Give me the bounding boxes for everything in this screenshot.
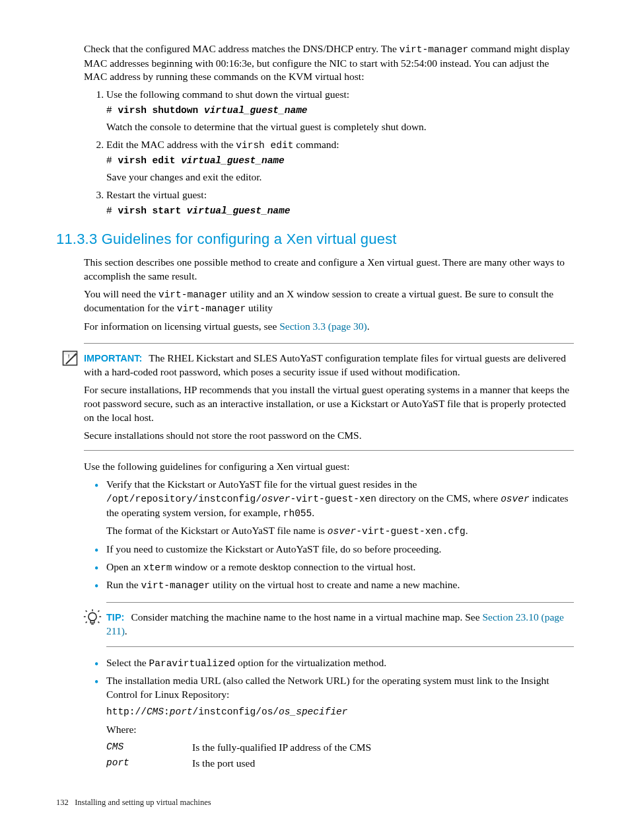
prompt: # <box>106 206 118 216</box>
arg: CMS <box>147 706 164 717</box>
text: command: <box>293 139 339 150</box>
def-term: port <box>106 757 192 771</box>
text: utility on the virtual host to create an… <box>210 579 460 590</box>
intro-paragraph: Check that the configured MAC address ma… <box>84 42 574 84</box>
guidelines-list-1: Verify that the Kickstart or AutoYaST fi… <box>56 478 574 593</box>
text: You will need the <box>84 288 158 299</box>
text: Edit the MAC address with the <box>106 139 236 150</box>
code: -virt-guest-xen.cfg <box>356 526 465 537</box>
arg: virtual_guest_name <box>187 206 291 216</box>
svg-line-11 <box>86 622 87 623</box>
important-icon: ! <box>61 349 79 367</box>
svg-line-10 <box>98 611 99 612</box>
def-body: Is the port used <box>192 757 574 771</box>
important-p2: For secure installations, HP recommends … <box>84 383 574 425</box>
step-1: Use the following command to shut down t… <box>106 88 574 134</box>
text: Verify that the Kickstart or AutoYaST fi… <box>106 478 417 490</box>
arg: virtual_guest_name <box>204 105 308 116</box>
text: For information on licensing virtual gue… <box>84 321 279 332</box>
url-line: http://CMS:port/instconfig/os/os_specifi… <box>106 706 574 719</box>
tip-callout: TIP:Consider matching the machine name t… <box>79 602 574 647</box>
text: window or a remote desktop connection to… <box>172 561 415 572</box>
prompt: # <box>106 105 118 116</box>
prompt: # <box>106 155 118 166</box>
step-2-command: # virsh edit virtual_guest_name <box>106 155 574 168</box>
arg: port <box>170 706 193 717</box>
step-text: Restart the virtual guest: <box>106 189 207 200</box>
page-number: 132 <box>56 798 69 807</box>
list-item: If you need to customize the Kickstart o… <box>106 543 574 556</box>
text: /instconfig/os/ <box>193 706 279 717</box>
step-1-command: # virsh shutdown virtual_guest_name <box>106 104 574 118</box>
code: Paravirtualized <box>149 658 236 669</box>
list-item: Open an xterm window or a remote desktop… <box>106 560 574 575</box>
code: /opt/repository/instconfig/ <box>106 494 262 504</box>
arg: osver <box>328 526 357 537</box>
footer-title: Installing and setting up virtual machin… <box>75 798 211 807</box>
list-item: Verify that the Kickstart or AutoYaST fi… <box>106 478 574 539</box>
text: . <box>312 507 314 518</box>
svg-line-9 <box>86 611 87 612</box>
important-p3: Secure installations should not store th… <box>84 429 574 443</box>
text: Select the <box>106 657 149 668</box>
tip-label: TIP: <box>106 612 124 623</box>
svg-text:!: ! <box>67 354 71 360</box>
text: http:// <box>106 706 147 717</box>
important-label: IMPORTANT: <box>84 353 142 363</box>
step-3: Restart the virtual guest: # virsh start… <box>106 188 574 217</box>
after-important: Use the following guidelines for configu… <box>84 460 574 474</box>
text: : <box>164 706 170 717</box>
arg: virtual_guest_name <box>181 155 285 166</box>
text: The RHEL Kickstart and SLES AutoYaST con… <box>84 352 566 377</box>
text: The installation media URL (also called … <box>106 675 549 700</box>
list-item: Select the Paravirtualized option for th… <box>106 656 574 671</box>
code: xterm <box>143 562 172 573</box>
def-term: CMS <box>106 741 192 755</box>
cmd: virsh start <box>118 206 186 216</box>
code: virsh edit <box>236 140 293 151</box>
def-body: Is the fully-qualified IP address of the… <box>192 741 574 755</box>
arg: osver <box>262 494 291 504</box>
text: The format of the Kickstart or AutoYaST … <box>106 525 328 536</box>
section-heading: 11.3.3 Guidelines for configuring a Xen … <box>56 229 574 249</box>
text: . <box>466 525 468 536</box>
steps-list: Use the following command to shut down t… <box>56 88 574 217</box>
step-3-command: # virsh start virtual_guest_name <box>106 205 574 218</box>
where-label: Where: <box>106 723 574 737</box>
section-p2: You will need the virt-manager utility a… <box>84 287 574 316</box>
list-item-p2: The format of the Kickstart or AutoYaST … <box>106 524 574 539</box>
tip-text: TIP:Consider matching the machine name t… <box>106 611 574 638</box>
text: option for the virtualization method. <box>235 657 386 668</box>
def-port: port Is the port used <box>106 757 574 771</box>
arg: os_specifier <box>279 706 347 717</box>
svg-rect-4 <box>90 621 94 623</box>
step-2: Edit the MAC address with the virsh edit… <box>106 138 574 184</box>
cmd: virsh shutdown <box>118 105 204 116</box>
tip-icon <box>83 608 102 628</box>
guidelines-list-2: Select the Paravirtualized option for th… <box>56 656 574 771</box>
page-footer: 132 Installing and setting up virtual ma… <box>56 797 574 808</box>
code: virt-manager <box>158 289 227 300</box>
code: virt-manager <box>141 580 210 591</box>
cmd: virsh edit <box>118 155 181 166</box>
text: Run the <box>106 579 141 590</box>
code: -virt-guest-xen <box>290 494 376 504</box>
text: Open an <box>106 561 143 572</box>
text: directory on the CMS, where <box>376 492 501 504</box>
section-p3: For information on licensing virtual gue… <box>84 320 574 334</box>
list-item: The installation media URL (also called … <box>106 674 574 770</box>
text: Check that the configured MAC address ma… <box>84 43 400 54</box>
list-item: Run the virt-manager utility on the virt… <box>106 578 574 593</box>
svg-point-3 <box>88 613 96 621</box>
text: . <box>367 321 370 332</box>
arg: osver <box>501 494 530 504</box>
important-callout: ! IMPORTANT:The RHEL Kickstart and SLES … <box>56 343 574 451</box>
text: utility <box>246 302 273 313</box>
code: rh055 <box>283 508 312 519</box>
code: virt-manager <box>177 303 246 314</box>
step-1-after: Watch the console to determine that the … <box>106 120 574 134</box>
step-text: Use the following command to shut down t… <box>106 89 349 100</box>
svg-line-12 <box>98 622 99 623</box>
important-p1: IMPORTANT:The RHEL Kickstart and SLES Au… <box>84 352 574 379</box>
section-link[interactable]: Section 3.3 (page 30) <box>279 321 367 332</box>
